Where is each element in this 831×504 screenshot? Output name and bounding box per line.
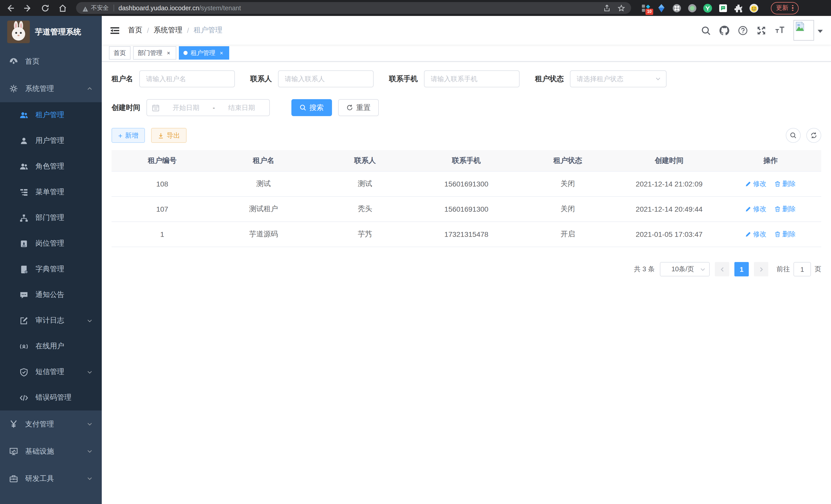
tenant-table: 租户编号 租户名 联系人 联系手机 租户状态 创建时间 操作 108 测试 bbox=[112, 150, 821, 247]
toggle-search-button[interactable] bbox=[786, 128, 801, 143]
extension-yuque-icon[interactable] bbox=[703, 3, 712, 12]
extension-chat-icon[interactable] bbox=[718, 3, 728, 12]
tag-home[interactable]: 首页 bbox=[109, 46, 131, 60]
tag-dept[interactable]: 部门管理 × bbox=[133, 46, 176, 60]
prev-page-button[interactable] bbox=[715, 262, 729, 276]
sidebar-item-online-user[interactable]: 在线用户 bbox=[0, 333, 102, 359]
reload-icon[interactable] bbox=[41, 4, 49, 12]
contact-input[interactable] bbox=[278, 70, 374, 87]
col-created: 创建时间 bbox=[619, 150, 720, 171]
breadcrumb-home[interactable]: 首页 bbox=[128, 26, 142, 35]
chevron-left-icon bbox=[719, 266, 725, 272]
sidebar-item-user[interactable]: 用户管理 bbox=[0, 128, 102, 154]
edit-link[interactable]: 修改 bbox=[745, 205, 767, 214]
sidebar-item-label: 系统管理 bbox=[25, 84, 80, 93]
sidebar-item-error-code[interactable]: 错误码管理 bbox=[0, 385, 102, 411]
extension-puzzle-icon[interactable] bbox=[734, 3, 743, 12]
chevron-right-icon bbox=[758, 266, 764, 272]
sidebar-item-menu[interactable]: 菜单管理 bbox=[0, 179, 102, 205]
extension-command-icon[interactable] bbox=[672, 3, 682, 12]
date-range-picker[interactable]: 开始日期 - 结束日期 bbox=[146, 99, 270, 116]
sidebar-item-post[interactable]: 岗位管理 bbox=[0, 231, 102, 256]
font-size-icon[interactable] bbox=[775, 25, 785, 35]
sidebar-item-label: 研发工具 bbox=[25, 474, 80, 483]
sidebar-item-label: 部门管理 bbox=[35, 213, 92, 223]
sidebar-fold-icon[interactable] bbox=[110, 25, 120, 35]
cell-created: 2021-12-14 20:49:44 bbox=[619, 197, 720, 222]
delete-link[interactable]: 删除 bbox=[775, 179, 796, 188]
edit-link[interactable]: 修改 bbox=[745, 230, 767, 239]
add-button[interactable]: + 新增 bbox=[112, 128, 145, 143]
delete-link[interactable]: 删除 bbox=[775, 230, 796, 239]
table-row: 108 测试 测试 15601691300 关闭 2021-12-14 21:0… bbox=[112, 171, 821, 197]
sidebar-item-dict[interactable]: 字典管理 bbox=[0, 256, 102, 282]
fullscreen-icon[interactable] bbox=[756, 25, 766, 35]
cell-actions: 修改 删除 bbox=[720, 197, 821, 222]
extension-record-icon[interactable] bbox=[688, 3, 697, 12]
search-button[interactable]: 搜索 bbox=[291, 99, 332, 116]
address-bar[interactable]: 不安全 dashboard.yudao.iocoder.cn /system/t… bbox=[76, 2, 631, 14]
user-icon bbox=[20, 137, 28, 145]
code-icon bbox=[20, 393, 28, 402]
tag-label: 首页 bbox=[114, 49, 126, 57]
refresh-table-button[interactable] bbox=[806, 128, 821, 143]
url-host[interactable]: dashboard.yudao.iocoder.cn bbox=[118, 4, 199, 11]
url-path[interactable]: /system/tenant bbox=[199, 4, 241, 11]
sidebar-item-tenant[interactable]: 租户管理 bbox=[0, 102, 102, 128]
reset-button[interactable]: 重置 bbox=[338, 99, 379, 116]
sidebar-item-system[interactable]: 系统管理 bbox=[0, 75, 102, 102]
security-label[interactable]: 不安全 bbox=[91, 4, 109, 12]
cell-created: 2021-01-05 17:03:47 bbox=[619, 222, 720, 247]
export-button[interactable]: 导出 bbox=[151, 128, 187, 143]
close-icon[interactable]: × bbox=[219, 50, 225, 56]
sidebar: 芋道管理系统 首页 系统管理 bbox=[0, 16, 102, 504]
close-icon[interactable]: × bbox=[166, 50, 172, 56]
share-icon[interactable] bbox=[603, 4, 610, 11]
home-icon[interactable] bbox=[59, 4, 67, 12]
back-icon[interactable] bbox=[6, 4, 15, 12]
forward-icon[interactable] bbox=[24, 4, 32, 12]
tree-table-icon bbox=[20, 188, 28, 197]
download-icon bbox=[158, 132, 164, 139]
sidebar-item-notice[interactable]: 通知公告 bbox=[0, 282, 102, 308]
sidebar-item-sms[interactable]: 短信管理 bbox=[0, 359, 102, 385]
extension-kite-icon[interactable] bbox=[657, 3, 666, 12]
help-icon[interactable] bbox=[738, 25, 748, 35]
chrome-update-button[interactable]: 更新 bbox=[771, 2, 798, 14]
extension-grid-icon[interactable]: 10 bbox=[641, 3, 651, 12]
status-label: 租户状态 bbox=[535, 74, 564, 84]
sidebar-item-role[interactable]: 角色管理 bbox=[0, 154, 102, 179]
tag-tenant[interactable]: 租户管理 × bbox=[179, 46, 229, 60]
status-select[interactable]: 请选择租户状态 bbox=[570, 70, 666, 87]
edit-label: 修改 bbox=[753, 179, 767, 188]
sidebar-item-label: 岗位管理 bbox=[35, 239, 92, 248]
bookmark-star-icon[interactable] bbox=[618, 4, 625, 11]
page-number-1[interactable]: 1 bbox=[735, 262, 749, 276]
avatar-caret-icon[interactable] bbox=[818, 30, 823, 33]
trash-icon bbox=[775, 206, 781, 212]
page-size-value: 10条/页 bbox=[665, 265, 700, 274]
sidebar-item-home[interactable]: 首页 bbox=[0, 48, 102, 75]
page-size-select[interactable]: 10条/页 bbox=[660, 262, 710, 276]
pencil-icon bbox=[745, 181, 752, 187]
next-page-button[interactable] bbox=[754, 262, 768, 276]
user-avatar[interactable] bbox=[794, 20, 823, 40]
browser-menu-icon[interactable] bbox=[792, 5, 793, 11]
logo[interactable]: 芋道管理系统 bbox=[0, 16, 102, 48]
delete-link[interactable]: 删除 bbox=[775, 205, 796, 214]
sidebar-item-dept[interactable]: 部门管理 bbox=[0, 205, 102, 231]
extension-emoji-icon[interactable] bbox=[749, 3, 758, 12]
mobile-input[interactable] bbox=[424, 70, 520, 87]
edit-link[interactable]: 修改 bbox=[745, 179, 767, 188]
sidebar-item-infra[interactable]: 基础设施 bbox=[0, 438, 102, 465]
tenant-name-input[interactable] bbox=[139, 70, 235, 87]
col-status: 租户状态 bbox=[517, 150, 619, 171]
goto-page-input[interactable] bbox=[794, 262, 811, 276]
cell-tenant-id: 108 bbox=[112, 171, 213, 197]
github-icon[interactable] bbox=[719, 25, 729, 35]
sidebar-item-pay[interactable]: 支付管理 bbox=[0, 411, 102, 438]
sidebar-item-devtools[interactable]: 研发工具 bbox=[0, 465, 102, 492]
sidebar-item-audit-log[interactable]: 审计日志 bbox=[0, 308, 102, 333]
header-search-icon[interactable] bbox=[701, 25, 711, 35]
system-submenu: 租户管理 用户管理 角色管理 bbox=[0, 102, 102, 411]
